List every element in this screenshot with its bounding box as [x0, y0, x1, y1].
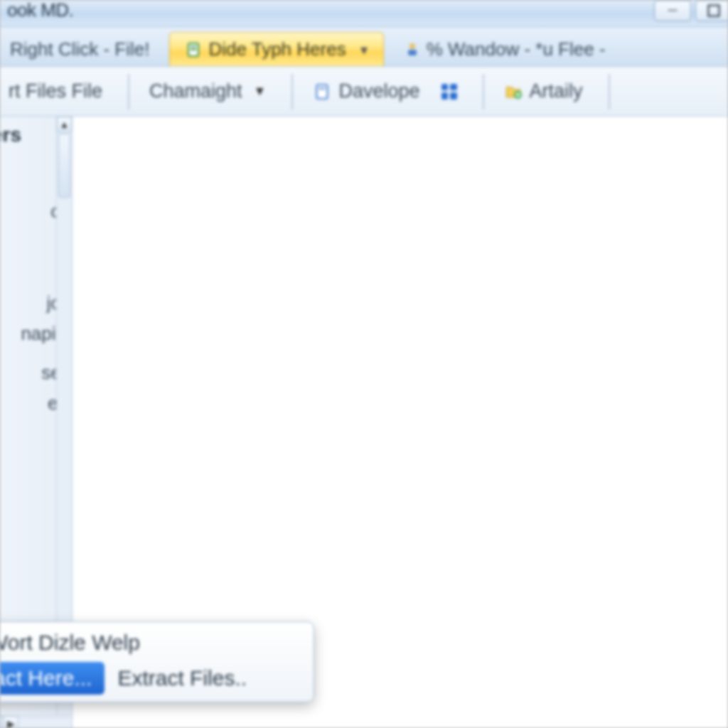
window-title: ook MD.	[0, 0, 73, 21]
body: ers ot e ) jot napid set ell ▲ ◀ ▶ Wor	[0, 117, 728, 728]
folder-add-icon	[504, 82, 523, 101]
chevron-down-icon: ▼	[254, 84, 267, 99]
context-menu: Wort Dizle Welp act Here... Extract File…	[0, 621, 314, 702]
tab-right-click-file[interactable]: Right Click - File!	[0, 32, 165, 66]
tab-label: % Wandow - *u Flee -	[427, 38, 606, 60]
horizontal-scrollbar[interactable]: ◀ ▶	[0, 715, 72, 728]
svg-rect-7	[319, 87, 326, 89]
tab-bar: Right Click - File! Dide Typh Heres ▾ % …	[0, 27, 728, 67]
context-menu-extract-files[interactable]: Extract Files..	[105, 662, 259, 695]
page-icon	[313, 82, 331, 101]
separator	[128, 74, 129, 109]
toolbar-label: Davelope	[338, 80, 419, 102]
app-window: ook MD. ─ Right Click - File! Dide Typh …	[0, 0, 728, 728]
svg-rect-5	[408, 50, 417, 55]
svg-rect-2	[191, 46, 196, 48]
scroll-right-icon[interactable]: ▶	[3, 716, 18, 728]
separator	[609, 74, 610, 109]
tab-dide-typh-heres[interactable]: Dide Typh Heres ▾	[169, 32, 383, 66]
toolbar-label: Artaily	[530, 80, 583, 102]
svg-point-4	[410, 43, 415, 49]
separator	[483, 74, 484, 109]
separator	[291, 74, 293, 109]
svg-rect-6	[317, 85, 328, 99]
toolbar-label: rt Files File	[9, 80, 102, 102]
toolbar-artaily[interactable]: Artaily	[490, 73, 597, 110]
svg-rect-3	[191, 49, 196, 50]
title-bar: ook MD. ─	[0, 0, 728, 27]
context-menu-extract-here[interactable]: act Here...	[0, 662, 105, 695]
toolbar: rt Files File Chamaight ▼ Davelope Artai…	[0, 67, 728, 117]
maximize-icon	[705, 1, 723, 20]
maximize-button[interactable]	[695, 0, 728, 21]
toolbar-label: Chamaight	[149, 80, 242, 102]
scroll-up-icon[interactable]: ▲	[57, 117, 72, 132]
toolbar-chamaight[interactable]: Chamaight ▼	[135, 73, 280, 110]
tab-wandow-flee[interactable]: % Wandow - *u Flee -	[388, 32, 621, 66]
document-icon	[186, 41, 203, 58]
grid-view-icon[interactable]	[441, 84, 457, 100]
toolbar-davelope[interactable]: Davelope	[299, 73, 471, 110]
context-menu-title: Wort Dizle Welp	[0, 626, 306, 662]
tab-label: Right Click - File!	[10, 38, 149, 60]
user-icon	[404, 41, 421, 58]
window-controls: ─	[654, 0, 728, 21]
toolbar-files-file[interactable]: rt Files File	[0, 73, 117, 110]
chevron-down-icon: ▾	[360, 41, 368, 58]
minimize-button[interactable]: ─	[654, 0, 691, 21]
tab-label: Dide Typh Heres	[208, 38, 346, 60]
scrollbar-thumb[interactable]	[58, 134, 70, 198]
svg-rect-0	[708, 5, 719, 16]
